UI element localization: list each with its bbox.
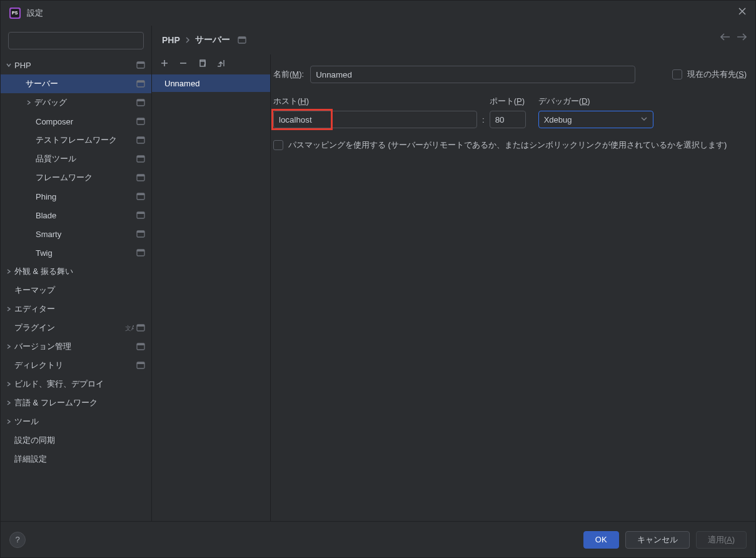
tree-item[interactable]: バージョン管理 [1, 337, 151, 356]
svg-rect-19 [137, 193, 144, 195]
chevron-right-icon[interactable] [6, 268, 14, 275]
nav-actions [720, 33, 747, 41]
project-scope-icon [136, 230, 145, 238]
app-icon: PS [9, 8, 21, 19]
help-button[interactable]: ? [9, 532, 26, 548]
search-input[interactable] [8, 32, 144, 49]
svg-rect-7 [137, 81, 144, 83]
tree-item[interactable]: プラグイン文A [1, 318, 151, 337]
tree-item[interactable]: Blade [1, 206, 151, 225]
cancel-button[interactable]: キャンセル [625, 531, 690, 549]
tree-item-label: バージョン管理 [14, 341, 134, 352]
svg-rect-30 [137, 343, 144, 345]
project-scope-icon [136, 80, 145, 88]
host-label: ホスト(H) [273, 96, 477, 107]
tree-item-label: ディレクトリ [14, 360, 134, 371]
dialog-footer: ? OK キャンセル 適用(A) [1, 521, 755, 557]
project-scope-icon [136, 61, 145, 69]
tree-item-label: Smarty [36, 230, 134, 239]
svg-rect-15 [137, 156, 144, 158]
project-scope-icon [136, 343, 145, 350]
remove-icon[interactable] [176, 56, 191, 71]
back-icon[interactable] [720, 33, 730, 41]
tree-item[interactable]: ビルド、実行、デプロイ [1, 375, 151, 393]
tree-item-label: Phing [36, 192, 134, 201]
svg-rect-9 [137, 99, 144, 101]
tree-item[interactable]: Smarty [1, 225, 151, 243]
language-icon: 文A [125, 324, 134, 332]
tree-item-label: Blade [36, 211, 134, 220]
search-wrap [1, 26, 151, 53]
svg-rect-17 [137, 175, 144, 176]
tree-item-label: デバッグ [34, 97, 134, 108]
name-input[interactable] [310, 66, 635, 83]
close-icon[interactable] [738, 7, 747, 16]
tree-item[interactable]: フレームワーク [1, 168, 151, 187]
chevron-right-icon[interactable] [6, 400, 14, 406]
apply-button[interactable]: 適用(A) [696, 531, 747, 549]
tree-item-label: Composer [36, 117, 134, 126]
tree-item[interactable]: エディター [1, 300, 151, 318]
tree-item[interactable]: PHP [1, 56, 151, 74]
tree-item[interactable]: Composer [1, 112, 151, 131]
share-checkbox[interactable] [672, 69, 682, 79]
chevron-down-icon [640, 115, 648, 123]
tree-item[interactable]: テストフレームワーク [1, 131, 151, 150]
forward-icon[interactable] [737, 33, 747, 41]
breadcrumb-root[interactable]: PHP [162, 35, 180, 45]
tree-item[interactable]: 品質ツール [1, 150, 151, 168]
host-input[interactable] [273, 111, 477, 128]
tree-item-label: プラグイン [14, 322, 123, 333]
add-icon[interactable] [157, 56, 172, 71]
tree-item-label: PHP [14, 61, 134, 70]
project-scope-icon [136, 211, 145, 219]
port-input[interactable] [490, 111, 526, 128]
chevron-right-icon[interactable] [26, 99, 34, 106]
tree-item[interactable]: 詳細設定 [1, 450, 151, 469]
tree-item[interactable]: 設定の同期 [1, 431, 151, 450]
content-area: PHP サーバー [152, 26, 755, 521]
server-list-item[interactable]: Unnamed [152, 74, 270, 92]
settings-tree[interactable]: PHPサーバーデバッグComposerテストフレームワーク品質ツールフレームワー… [1, 53, 151, 521]
svg-rect-34 [238, 37, 246, 39]
server-toolbar [152, 52, 270, 74]
project-scope-icon [136, 99, 145, 106]
svg-rect-32 [137, 362, 144, 364]
settings-sidebar: PHPサーバーデバッグComposerテストフレームワーク品質ツールフレームワー… [1, 26, 152, 521]
chevron-right-icon[interactable] [6, 306, 14, 312]
project-scope-icon [136, 174, 145, 181]
copy-icon[interactable] [194, 56, 209, 71]
svg-rect-23 [137, 231, 144, 233]
tree-item-label: テストフレームワーク [36, 134, 134, 146]
content-header: PHP サーバー [152, 26, 755, 54]
tree-item-label: 言語 & フレームワーク [14, 397, 145, 408]
tree-item[interactable]: キーマップ [1, 281, 151, 300]
tree-item[interactable]: 言語 & フレームワーク [1, 393, 151, 412]
svg-rect-28 [137, 325, 144, 327]
tree-item-label: 外観 & 振る舞い [14, 266, 145, 277]
breadcrumb: PHP サーバー [162, 34, 246, 46]
tree-item[interactable]: デバッグ [1, 93, 151, 112]
share-label: 現在の共有先(S) [687, 69, 747, 80]
tree-item[interactable]: Phing [1, 187, 151, 206]
chevron-right-icon[interactable] [6, 418, 14, 425]
tree-item[interactable]: ツール [1, 412, 151, 431]
tree-item[interactable]: Twig [1, 243, 151, 262]
tree-item[interactable]: 外観 & 振る舞い [1, 262, 151, 281]
tree-item[interactable]: ディレクトリ [1, 356, 151, 375]
debugger-select[interactable]: Xdebug [538, 111, 653, 128]
path-mapping-checkbox[interactable] [273, 140, 283, 150]
chevron-right-icon [185, 37, 190, 43]
project-scope-icon [136, 324, 145, 332]
tree-item-label: 詳細設定 [14, 454, 145, 465]
chevron-right-icon[interactable] [6, 343, 14, 350]
tree-item[interactable]: サーバー [1, 74, 151, 93]
chevron-down-icon[interactable] [6, 62, 14, 68]
tree-item-label: Twig [36, 248, 134, 258]
import-icon[interactable] [213, 56, 228, 71]
tree-item-label: フレームワーク [36, 172, 134, 183]
breadcrumb-leaf: サーバー [195, 34, 230, 46]
ok-button[interactable]: OK [583, 531, 619, 549]
chevron-right-icon[interactable] [6, 381, 14, 387]
project-scope-icon [238, 36, 246, 44]
